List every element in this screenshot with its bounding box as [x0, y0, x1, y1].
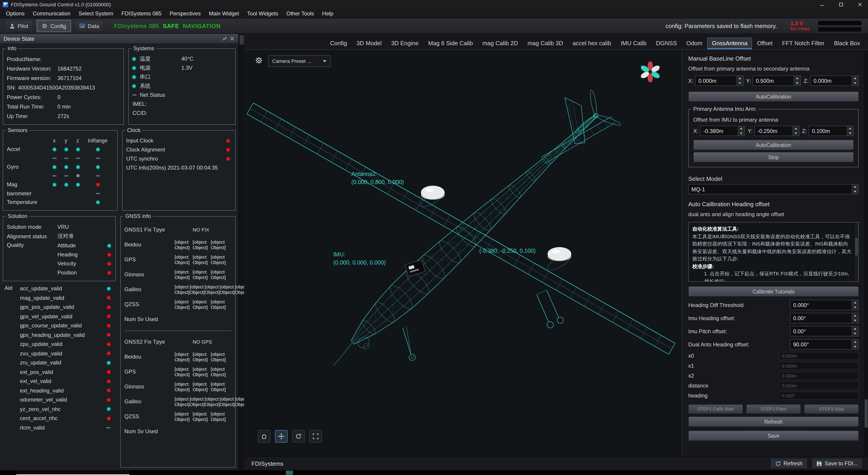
tab[interactable]: FFT Notch Filter	[778, 37, 829, 49]
tab[interactable]: 3D Engine	[386, 37, 423, 49]
sensor-dot	[76, 158, 80, 159]
maximize-button[interactable]	[833, 0, 849, 9]
save-to-fdi-button[interactable]: Save to FDI...	[811, 458, 863, 469]
result-row: x1 0.000m	[688, 361, 859, 371]
heading-offset-spinbox[interactable]: 0.00°	[790, 326, 859, 337]
heading-offset-spinbox[interactable]: 90.00°	[790, 339, 859, 350]
spinner-buttons[interactable]	[851, 340, 858, 349]
tab[interactable]: DGNSS	[651, 37, 681, 49]
spinner-buttons[interactable]	[851, 76, 858, 86]
tab[interactable]: mag Calib 3D	[523, 37, 568, 49]
offset-spinbox[interactable]: 0.000m	[695, 75, 743, 86]
menu-item[interactable]: Tool Widgets	[243, 9, 282, 18]
tab[interactable]: 3D Model	[352, 37, 386, 49]
offset-spinbox[interactable]: 0.500m	[753, 75, 801, 86]
calibration-step: 1. 点击开始，记下起点，保证RTK FIX模式，沿直线行驶至少10m, 越长越…	[692, 270, 852, 281]
tab[interactable]: accel hex calib	[568, 37, 616, 49]
heading-offset-row: Heading Diff Threshold 0.000°	[688, 298, 859, 312]
tab[interactable]: IMU Calib	[616, 37, 651, 49]
menu-item[interactable]: Options	[2, 9, 29, 18]
band-label: [object Object]	[205, 284, 220, 294]
pin-icon[interactable]	[222, 36, 227, 41]
info-row: Firmware wersion: 36717104	[7, 73, 120, 83]
close-panel-icon[interactable]	[230, 36, 235, 41]
tab[interactable]: Odom	[682, 37, 707, 49]
band-label: [object Object]	[193, 351, 211, 362]
menu-item[interactable]: Help	[318, 9, 337, 18]
tab[interactable]: mag Calib 2D	[478, 37, 523, 49]
splitter-handle[interactable]	[239, 35, 244, 45]
menu-item[interactable]: Main Widget	[205, 9, 243, 18]
calibration-step-button[interactable]: STEP2:Point	[746, 404, 801, 414]
viewer-settings-gear-icon[interactable]	[255, 56, 263, 66]
panel-refresh-button[interactable]: Refresh	[688, 416, 859, 427]
device-state-header[interactable]: Device State	[0, 34, 238, 44]
refresh-button[interactable]: Refresh	[770, 458, 807, 469]
spinner-buttons[interactable]	[851, 313, 858, 323]
aid-label: Aid	[4, 285, 12, 291]
calibration-step-button[interactable]: STEP3:Stop	[804, 404, 859, 414]
aid-row: ext_pos_valid	[3, 368, 116, 377]
satellite-row: Beidou [object Object][object Object][ob…	[124, 237, 231, 252]
data-button[interactable]: Data	[74, 20, 104, 32]
heading-offset-spinbox[interactable]: 0.00°	[790, 313, 859, 323]
main-toolbar: Pilot Config Data FDIsystems 085 SAFE NA…	[0, 19, 868, 34]
spinner-buttons[interactable]	[794, 76, 801, 86]
aid-status-dot	[107, 296, 110, 299]
baseline-autocalibration-button[interactable]: AutoCalibration	[688, 91, 859, 102]
tab[interactable]: Mag 6 Side Calib	[424, 37, 477, 49]
camera-preset-select[interactable]: Camera Preset ...	[268, 55, 331, 67]
aid-status-dot	[107, 315, 110, 318]
menu-item[interactable]: Communication	[29, 9, 74, 18]
antenna2-label: Antanna2: (0.000, 0.800, 0.000)	[351, 170, 404, 187]
menu-item[interactable]: Other Tools	[282, 9, 318, 18]
taskbar-window-preview[interactable]	[16, 470, 129, 475]
help-scrollbar[interactable]	[855, 222, 858, 281]
panel-scrollbar[interactable]	[864, 50, 868, 456]
home-view-button[interactable]	[258, 430, 271, 443]
calibration-step-button[interactable]: STEP1:Cailb Start	[688, 404, 743, 414]
3d-viewport[interactable]: Antanna2: (0.000, 0.800, 0.000) IMU: (0.…	[244, 50, 681, 456]
spinner-buttons[interactable]	[792, 126, 799, 136]
scrollbar-thumb[interactable]	[855, 238, 858, 255]
tab[interactable]: Config	[326, 37, 351, 49]
quality-dot	[107, 253, 111, 256]
fullscreen-button[interactable]	[309, 430, 322, 443]
tab[interactable]: GnssAntenna	[708, 37, 752, 49]
imu-offset-spinbox[interactable]: -0.380m	[700, 126, 745, 136]
spinner-buttons[interactable]	[738, 126, 745, 136]
info-row: ProductName:	[7, 54, 120, 64]
stop-button[interactable]: Stop	[693, 152, 854, 162]
axis-gizmo[interactable]	[640, 62, 661, 82]
status-dot	[132, 75, 136, 78]
panel-save-button[interactable]: Save	[688, 431, 859, 441]
imu-offset-spinbox[interactable]: -0.250m	[754, 126, 799, 136]
menu-item[interactable]: FDISystems 085	[117, 9, 165, 18]
band-label: [object Object]	[193, 366, 211, 377]
spinner-buttons[interactable]	[851, 185, 858, 194]
imu-offset-spinbox[interactable]: 0.100m	[809, 126, 854, 136]
aid-row: mag_update_valid	[3, 293, 116, 303]
model-select[interactable]: MQ-1	[688, 184, 859, 194]
spinner-buttons[interactable]	[851, 300, 858, 310]
spinner-buttons[interactable]	[846, 126, 853, 136]
config-button[interactable]: Config	[37, 20, 71, 32]
minimize-button[interactable]	[814, 0, 830, 9]
calibrate-tutorials-button[interactable]: Calibrate Tutorials	[688, 286, 859, 296]
imu-arm-autocalibration-button[interactable]: AutoCalibration	[693, 140, 854, 150]
tab[interactable]: Black Box	[829, 37, 865, 49]
pan-tool-button[interactable]	[275, 430, 288, 443]
taskbar-item[interactable]	[286, 471, 293, 475]
rotate-tool-button[interactable]	[292, 430, 305, 443]
menu-item[interactable]: Select System	[74, 9, 117, 18]
spinner-buttons[interactable]	[736, 76, 743, 86]
heading-offset-spinbox[interactable]: 0.000°	[790, 300, 859, 310]
spinner-buttons[interactable]	[851, 326, 858, 336]
pilot-button[interactable]: Pilot	[4, 20, 33, 32]
sensor-dot	[76, 183, 80, 186]
close-button[interactable]	[852, 0, 868, 9]
offset-spinbox[interactable]: 0.000m	[810, 75, 859, 86]
menu-item[interactable]: Perspectives	[165, 9, 205, 18]
tab[interactable]: Offset	[752, 37, 777, 49]
scrollbar-thumb[interactable]	[865, 399, 868, 428]
